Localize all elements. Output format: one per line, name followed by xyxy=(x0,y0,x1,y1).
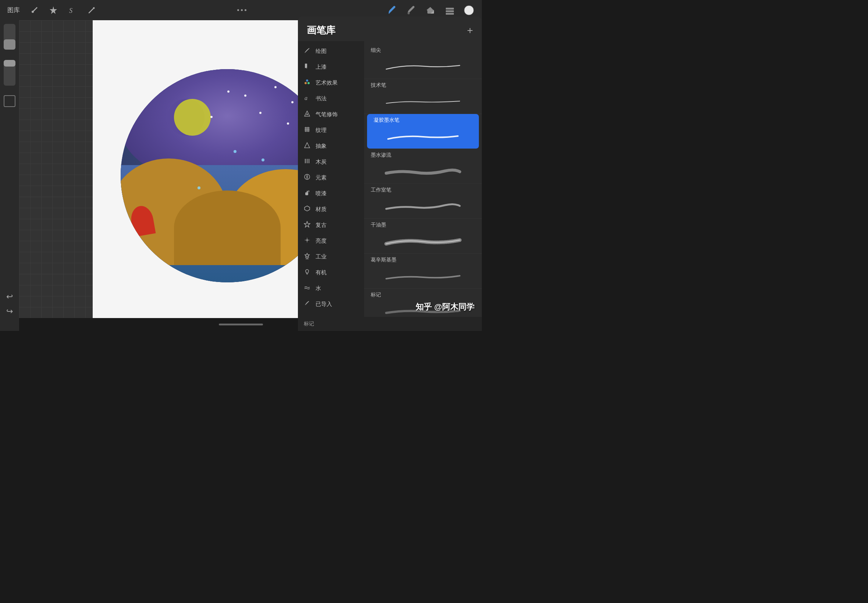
eraser-tool-button[interactable] xyxy=(424,3,438,17)
category-imported[interactable]: 已导入 xyxy=(298,296,364,312)
svg-text:a: a xyxy=(305,95,308,101)
brush-panel-add-button[interactable]: + xyxy=(467,25,473,36)
toolbar-left: 图库 S xyxy=(6,4,98,17)
organic-label: 有机 xyxy=(316,269,326,276)
brush-ink-seep-label: 墨水渗流 xyxy=(370,152,476,158)
drawing-icon xyxy=(303,47,311,56)
luminance-icon xyxy=(303,237,311,245)
color-swatch[interactable] xyxy=(4,95,15,107)
water-icon xyxy=(303,284,311,293)
svg-marker-33 xyxy=(305,206,310,211)
sidebar-bottom: ↩ ↪ xyxy=(6,292,13,316)
brush-footer: 标记 xyxy=(298,317,482,331)
svg-rect-11 xyxy=(306,67,307,68)
category-calligraphy[interactable]: a 书法 xyxy=(298,91,364,107)
spray-icon xyxy=(303,189,311,198)
category-charcoal[interactable]: 木炭 xyxy=(298,154,364,170)
category-airbrush[interactable]: 气笔修饰 xyxy=(298,107,364,122)
svg-point-0 xyxy=(32,11,34,13)
star-5 xyxy=(227,90,229,93)
retro-icon xyxy=(303,221,311,229)
toolbar-center xyxy=(237,9,246,11)
category-luminance[interactable]: 亮度 xyxy=(298,233,364,249)
category-industrial[interactable]: 工业 xyxy=(298,249,364,265)
panel-pointer xyxy=(385,17,395,17)
svg-rect-8 xyxy=(446,13,454,15)
svg-rect-30 xyxy=(307,191,308,193)
brush-ink-seep-preview xyxy=(370,161,476,181)
wrench-icon[interactable] xyxy=(28,4,40,17)
water-label: 水 xyxy=(316,285,321,292)
brush-tech-pen-preview xyxy=(370,91,476,111)
category-organic[interactable]: 有机 xyxy=(298,265,364,281)
color-button[interactable] xyxy=(462,3,476,17)
category-texture[interactable]: 纹理 xyxy=(298,122,364,138)
organic-icon xyxy=(303,268,311,277)
gallery-button[interactable]: 图库 xyxy=(6,5,21,16)
category-spray[interactable]: 喷漆 xyxy=(298,186,364,201)
svg-marker-36 xyxy=(305,254,309,257)
svg-point-14 xyxy=(308,82,310,84)
category-elements[interactable]: 元素 xyxy=(298,170,364,186)
brush-gel-ink[interactable]: 凝胶墨水笔 xyxy=(367,114,479,149)
star-3 xyxy=(291,101,294,103)
brush-gatsby-label: 葛辛斯基墨 xyxy=(370,257,476,263)
brush-list: 细尖 技术笔 凝胶墨水笔 xyxy=(364,41,482,317)
svg-point-3 xyxy=(407,12,410,14)
svg-point-12 xyxy=(305,82,307,84)
selection-icon[interactable]: S xyxy=(66,4,79,17)
star-6 xyxy=(210,116,213,118)
hill-center xyxy=(174,190,281,265)
transform-icon[interactable] xyxy=(85,4,98,17)
svg-marker-35 xyxy=(304,237,310,243)
watermark: 知乎 @阿木同学 xyxy=(416,302,475,312)
category-water[interactable]: 水 xyxy=(298,281,364,296)
undo-button[interactable]: ↩ xyxy=(6,292,13,302)
svg-marker-34 xyxy=(304,221,310,227)
redo-button[interactable]: ↪ xyxy=(6,307,13,316)
brush-studio-pen[interactable]: 工作室笔 xyxy=(364,184,482,219)
more-menu[interactable] xyxy=(237,9,246,11)
magic-icon[interactable] xyxy=(47,4,60,17)
svg-point-13 xyxy=(306,79,308,82)
svg-marker-24 xyxy=(305,143,310,148)
brush-panel-header: 画笔库 + xyxy=(298,17,482,41)
category-drawing[interactable]: 绘图 xyxy=(298,43,364,59)
opacity-slider-thumb xyxy=(4,39,15,49)
dot-3 xyxy=(198,186,200,189)
brush-tool-button[interactable] xyxy=(385,3,399,17)
brush-fine-tip[interactable]: 细尖 xyxy=(364,44,482,79)
calligraphy-icon: a xyxy=(303,94,311,103)
brush-dry-ink[interactable]: 干油墨 xyxy=(364,219,482,254)
material-icon xyxy=(303,205,311,213)
category-inking[interactable]: 上漆 xyxy=(298,59,364,75)
category-retro[interactable]: 复古 xyxy=(298,217,364,233)
layers-button[interactable] xyxy=(443,3,457,17)
category-artistic[interactable]: 艺术效果 xyxy=(298,75,364,91)
size-slider[interactable] xyxy=(4,60,15,86)
category-material[interactable]: 材质 xyxy=(298,201,364,217)
abstract-icon xyxy=(303,142,311,150)
texture-icon xyxy=(303,126,311,135)
brush-studio-pen-preview xyxy=(370,196,476,215)
imported-icon xyxy=(303,300,311,308)
svg-line-32 xyxy=(308,192,309,192)
brush-panel-body: 绘图 上漆 艺术效果 a 书法 xyxy=(298,41,482,317)
brush-gatsby[interactable]: 葛辛斯基墨 xyxy=(364,254,482,289)
calligraphy-label: 书法 xyxy=(316,95,326,102)
drawing-label: 绘图 xyxy=(316,48,326,55)
artistic-label: 艺术效果 xyxy=(316,79,337,87)
brush-panel: 画笔库 + 绘图 上漆 xyxy=(298,17,482,331)
industrial-icon xyxy=(303,253,311,261)
charcoal-label: 木炭 xyxy=(316,158,326,165)
footer-label: 标记 xyxy=(304,321,314,327)
category-abstract[interactable]: 抽象 xyxy=(298,138,364,154)
svg-point-17 xyxy=(306,114,308,115)
brush-ink-seep[interactable]: 墨水渗流 xyxy=(364,149,482,184)
inking-icon xyxy=(303,63,311,71)
opacity-slider[interactable] xyxy=(4,24,15,49)
airbrush-icon xyxy=(303,110,311,119)
moon xyxy=(174,99,211,136)
brush-tech-pen[interactable]: 技术笔 xyxy=(364,79,482,114)
smudge-tool-button[interactable] xyxy=(405,3,419,17)
